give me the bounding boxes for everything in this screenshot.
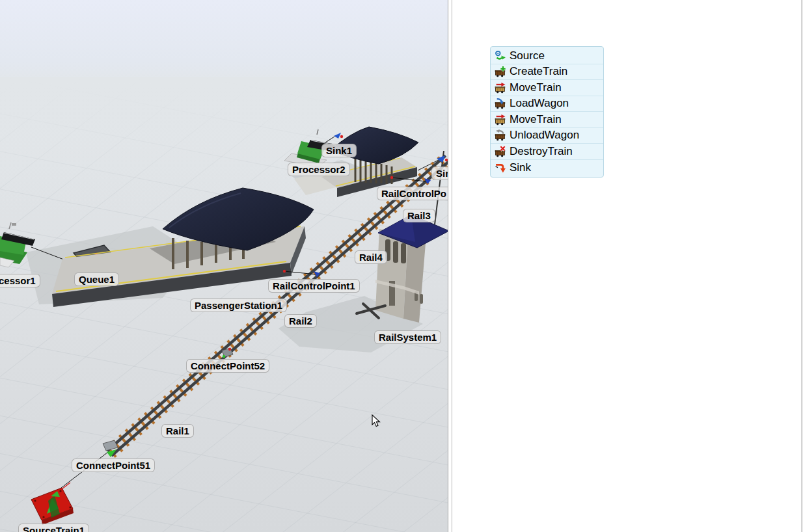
viewport-3d[interactable]: Processor1Queue1PassengerStation1RailCon… <box>0 0 448 532</box>
palette-item-createtrain-1[interactable]: CreateTrain <box>491 64 603 81</box>
palette-item-unloadwagon-5[interactable]: UnloadWagon <box>491 128 603 144</box>
palette-item-label: CreateTrain <box>510 66 567 77</box>
scene-label-processor2[interactable]: Processor2 <box>288 163 350 176</box>
palette-item-sink-7[interactable]: Sink <box>491 160 603 176</box>
scene-label-rail1[interactable]: Rail1 <box>161 424 194 438</box>
palette-item-label: MoveTrain <box>510 114 562 126</box>
palette-item-label: Sink <box>510 162 531 174</box>
palette-item-movetrain-2[interactable]: MoveTrain <box>491 80 603 96</box>
splitter-line <box>452 0 452 532</box>
scene-label-connectpoint51[interactable]: ConnectPoint51 <box>72 459 155 472</box>
scene-label-rail3[interactable]: Rail3 <box>403 209 435 222</box>
move-train-icon <box>495 82 506 94</box>
create-train-icon <box>495 66 506 77</box>
scene-label-railcontrolpoint1[interactable]: RailControlPoint1 <box>268 279 360 293</box>
scene-3d-canvas <box>0 0 448 532</box>
sink-icon <box>495 162 506 174</box>
scene-label-queue1[interactable]: Queue1 <box>74 273 119 286</box>
move-train-icon <box>495 114 506 126</box>
palette-item-label: DestroyTrain <box>510 146 573 157</box>
palette-item-label: Source <box>510 50 545 62</box>
scene-label-railsystem1[interactable]: RailSystem1 <box>374 330 441 344</box>
scene-label-rail4[interactable]: Rail4 <box>355 250 387 264</box>
scene-label-rail2[interactable]: Rail2 <box>284 314 317 328</box>
load-wagon-icon <box>495 98 506 109</box>
scene-label-railcontrolpo-cut[interactable]: RailControlPo <box>377 187 448 200</box>
scene-label-sink2-cut[interactable]: Sin <box>431 166 448 180</box>
mouse-cursor <box>372 414 381 427</box>
process-flow-palette: SourceCreateTrainMoveTrainLoadWagonMoveT… <box>490 46 604 178</box>
source-icon <box>495 50 506 62</box>
palette-item-label: LoadWagon <box>510 98 569 109</box>
scene-label-sourcetrain1[interactable]: SourceTrain1 <box>18 524 89 532</box>
app-window: Processor1Queue1PassengerStation1RailCon… <box>0 0 803 532</box>
unload-wagon-icon <box>495 129 506 141</box>
palette-item-source-0[interactable]: Source <box>491 48 603 64</box>
scene-label-connectpoint52[interactable]: ConnectPoint52 <box>186 359 269 373</box>
scene-label-sink1[interactable]: Sink1 <box>321 144 357 157</box>
palette-item-label: MoveTrain <box>510 82 562 94</box>
scene-label-passengerstation1[interactable]: PassengerStation1 <box>190 299 287 312</box>
palette-item-loadwagon-3[interactable]: LoadWagon <box>491 96 603 113</box>
palette-item-movetrain-4[interactable]: MoveTrain <box>491 112 603 128</box>
scene-label-processor1[interactable]: Processor1 <box>0 274 40 287</box>
destroy-train-icon <box>495 146 506 157</box>
palette-item-label: UnloadWagon <box>510 129 579 141</box>
palette-item-destroytrain-6[interactable]: DestroyTrain <box>491 144 603 160</box>
